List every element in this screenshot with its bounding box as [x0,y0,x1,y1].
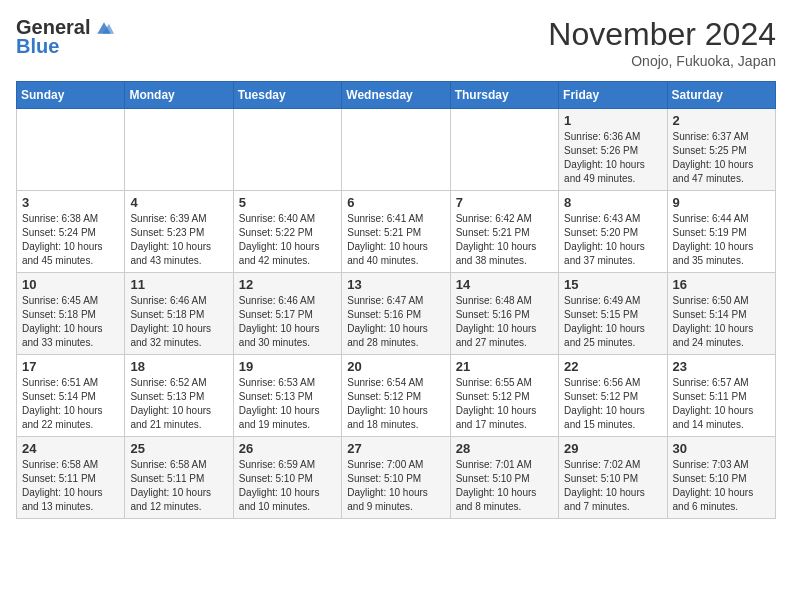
day-info: Sunrise: 6:58 AMSunset: 5:11 PMDaylight:… [130,458,227,514]
day-number: 26 [239,441,336,456]
day-number: 28 [456,441,553,456]
week-row-2: 3Sunrise: 6:38 AMSunset: 5:24 PMDaylight… [17,191,776,273]
day-number: 17 [22,359,119,374]
day-number: 24 [22,441,119,456]
calendar-cell: 4Sunrise: 6:39 AMSunset: 5:23 PMDaylight… [125,191,233,273]
calendar-cell: 21Sunrise: 6:55 AMSunset: 5:12 PMDayligh… [450,355,558,437]
day-info: Sunrise: 6:57 AMSunset: 5:11 PMDaylight:… [673,376,770,432]
day-number: 12 [239,277,336,292]
day-info: Sunrise: 6:58 AMSunset: 5:11 PMDaylight:… [22,458,119,514]
day-info: Sunrise: 6:53 AMSunset: 5:13 PMDaylight:… [239,376,336,432]
day-info: Sunrise: 6:50 AMSunset: 5:14 PMDaylight:… [673,294,770,350]
calendar-cell: 14Sunrise: 6:48 AMSunset: 5:16 PMDayligh… [450,273,558,355]
title-block: November 2024 Onojo, Fukuoka, Japan [548,16,776,69]
day-info: Sunrise: 6:47 AMSunset: 5:16 PMDaylight:… [347,294,444,350]
calendar-cell: 20Sunrise: 6:54 AMSunset: 5:12 PMDayligh… [342,355,450,437]
week-row-3: 10Sunrise: 6:45 AMSunset: 5:18 PMDayligh… [17,273,776,355]
calendar-cell: 13Sunrise: 6:47 AMSunset: 5:16 PMDayligh… [342,273,450,355]
calendar-cell: 11Sunrise: 6:46 AMSunset: 5:18 PMDayligh… [125,273,233,355]
calendar-cell: 25Sunrise: 6:58 AMSunset: 5:11 PMDayligh… [125,437,233,519]
day-info: Sunrise: 7:00 AMSunset: 5:10 PMDaylight:… [347,458,444,514]
day-number: 6 [347,195,444,210]
day-info: Sunrise: 6:40 AMSunset: 5:22 PMDaylight:… [239,212,336,268]
day-number: 9 [673,195,770,210]
day-number: 19 [239,359,336,374]
day-number: 2 [673,113,770,128]
day-info: Sunrise: 6:49 AMSunset: 5:15 PMDaylight:… [564,294,661,350]
weekday-header-saturday: Saturday [667,82,775,109]
day-number: 23 [673,359,770,374]
day-info: Sunrise: 6:37 AMSunset: 5:25 PMDaylight:… [673,130,770,186]
day-info: Sunrise: 6:38 AMSunset: 5:24 PMDaylight:… [22,212,119,268]
day-info: Sunrise: 6:45 AMSunset: 5:18 PMDaylight:… [22,294,119,350]
calendar-cell [233,109,341,191]
day-number: 10 [22,277,119,292]
location-text: Onojo, Fukuoka, Japan [548,53,776,69]
calendar-cell: 9Sunrise: 6:44 AMSunset: 5:19 PMDaylight… [667,191,775,273]
weekday-header-wednesday: Wednesday [342,82,450,109]
day-number: 22 [564,359,661,374]
weekday-header-tuesday: Tuesday [233,82,341,109]
calendar-cell: 18Sunrise: 6:52 AMSunset: 5:13 PMDayligh… [125,355,233,437]
calendar-cell: 22Sunrise: 6:56 AMSunset: 5:12 PMDayligh… [559,355,667,437]
weekday-header-thursday: Thursday [450,82,558,109]
calendar-table: SundayMondayTuesdayWednesdayThursdayFrid… [16,81,776,519]
day-info: Sunrise: 6:55 AMSunset: 5:12 PMDaylight:… [456,376,553,432]
day-info: Sunrise: 6:51 AMSunset: 5:14 PMDaylight:… [22,376,119,432]
day-info: Sunrise: 6:36 AMSunset: 5:26 PMDaylight:… [564,130,661,186]
day-info: Sunrise: 6:44 AMSunset: 5:19 PMDaylight:… [673,212,770,268]
day-number: 27 [347,441,444,456]
calendar-cell [125,109,233,191]
day-number: 16 [673,277,770,292]
week-row-1: 1Sunrise: 6:36 AMSunset: 5:26 PMDaylight… [17,109,776,191]
calendar-cell: 7Sunrise: 6:42 AMSunset: 5:21 PMDaylight… [450,191,558,273]
day-info: Sunrise: 6:46 AMSunset: 5:17 PMDaylight:… [239,294,336,350]
day-info: Sunrise: 6:54 AMSunset: 5:12 PMDaylight:… [347,376,444,432]
day-number: 14 [456,277,553,292]
calendar-cell: 27Sunrise: 7:00 AMSunset: 5:10 PMDayligh… [342,437,450,519]
weekday-header-sunday: Sunday [17,82,125,109]
day-info: Sunrise: 6:52 AMSunset: 5:13 PMDaylight:… [130,376,227,432]
day-info: Sunrise: 6:56 AMSunset: 5:12 PMDaylight:… [564,376,661,432]
calendar-cell: 6Sunrise: 6:41 AMSunset: 5:21 PMDaylight… [342,191,450,273]
page-header: General Blue November 2024 Onojo, Fukuok… [16,16,776,69]
calendar-cell: 26Sunrise: 6:59 AMSunset: 5:10 PMDayligh… [233,437,341,519]
day-number: 11 [130,277,227,292]
calendar-cell: 8Sunrise: 6:43 AMSunset: 5:20 PMDaylight… [559,191,667,273]
calendar-cell: 16Sunrise: 6:50 AMSunset: 5:14 PMDayligh… [667,273,775,355]
calendar-cell: 19Sunrise: 6:53 AMSunset: 5:13 PMDayligh… [233,355,341,437]
day-number: 18 [130,359,227,374]
calendar-cell: 2Sunrise: 6:37 AMSunset: 5:25 PMDaylight… [667,109,775,191]
day-number: 21 [456,359,553,374]
weekday-header-row: SundayMondayTuesdayWednesdayThursdayFrid… [17,82,776,109]
day-info: Sunrise: 6:43 AMSunset: 5:20 PMDaylight:… [564,212,661,268]
calendar-cell: 15Sunrise: 6:49 AMSunset: 5:15 PMDayligh… [559,273,667,355]
day-number: 8 [564,195,661,210]
calendar-cell: 12Sunrise: 6:46 AMSunset: 5:17 PMDayligh… [233,273,341,355]
calendar-cell: 24Sunrise: 6:58 AMSunset: 5:11 PMDayligh… [17,437,125,519]
week-row-5: 24Sunrise: 6:58 AMSunset: 5:11 PMDayligh… [17,437,776,519]
day-number: 5 [239,195,336,210]
day-info: Sunrise: 7:01 AMSunset: 5:10 PMDaylight:… [456,458,553,514]
day-number: 13 [347,277,444,292]
calendar-cell: 30Sunrise: 7:03 AMSunset: 5:10 PMDayligh… [667,437,775,519]
logo-blue-text: Blue [16,35,59,58]
logo-icon [94,18,114,38]
calendar-cell: 5Sunrise: 6:40 AMSunset: 5:22 PMDaylight… [233,191,341,273]
day-info: Sunrise: 7:02 AMSunset: 5:10 PMDaylight:… [564,458,661,514]
calendar-cell [17,109,125,191]
weekday-header-friday: Friday [559,82,667,109]
weekday-header-monday: Monday [125,82,233,109]
logo: General Blue [16,16,114,58]
month-title: November 2024 [548,16,776,53]
calendar-cell [450,109,558,191]
day-info: Sunrise: 6:46 AMSunset: 5:18 PMDaylight:… [130,294,227,350]
day-info: Sunrise: 6:41 AMSunset: 5:21 PMDaylight:… [347,212,444,268]
day-info: Sunrise: 6:39 AMSunset: 5:23 PMDaylight:… [130,212,227,268]
day-number: 15 [564,277,661,292]
day-info: Sunrise: 6:48 AMSunset: 5:16 PMDaylight:… [456,294,553,350]
calendar-cell: 1Sunrise: 6:36 AMSunset: 5:26 PMDaylight… [559,109,667,191]
day-number: 30 [673,441,770,456]
calendar-cell: 23Sunrise: 6:57 AMSunset: 5:11 PMDayligh… [667,355,775,437]
calendar-cell: 28Sunrise: 7:01 AMSunset: 5:10 PMDayligh… [450,437,558,519]
